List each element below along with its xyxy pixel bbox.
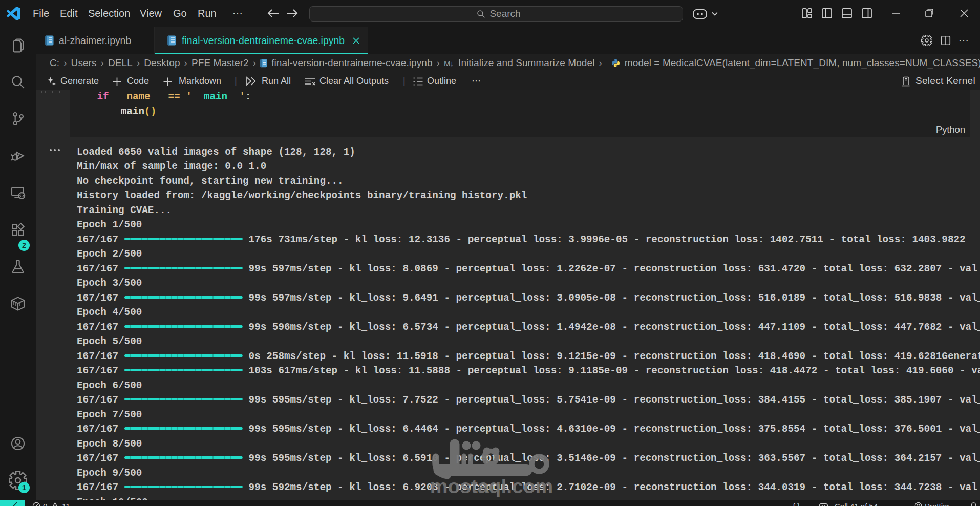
svg-text:mostaql.com: mostaql.com [430, 475, 553, 497]
